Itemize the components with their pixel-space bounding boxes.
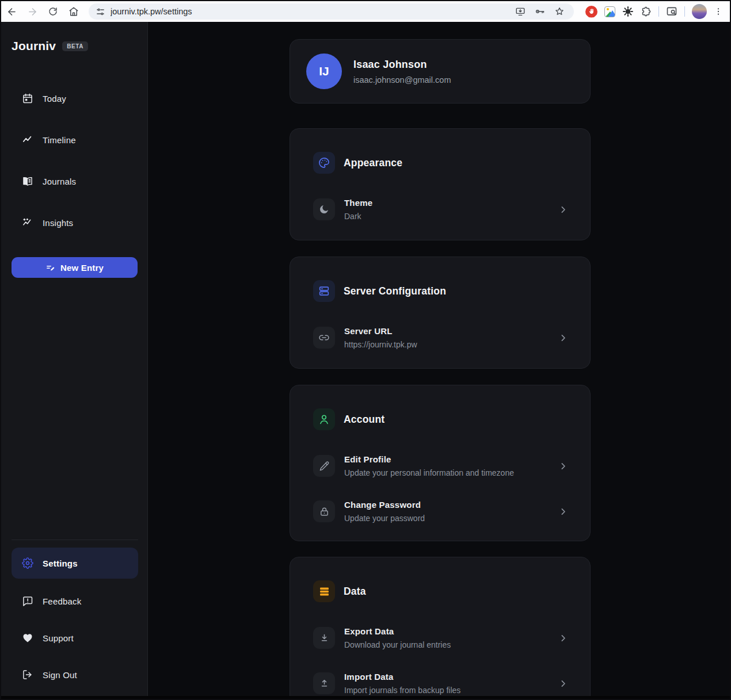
user-glyph [318, 413, 330, 426]
hand-icon [588, 8, 595, 15]
sidebar-item-label: Support [43, 633, 74, 643]
sidebar-item-timeline[interactable]: Timeline [12, 128, 137, 151]
chevron-right-icon [558, 633, 568, 643]
url-text: journiv.tpk.pw/settings [111, 7, 510, 16]
logout-icon [22, 669, 33, 680]
appearance-card: Appearance Theme Dark [290, 128, 591, 240]
change-password-row[interactable]: Change Password Update your password [313, 500, 568, 523]
browser-profile-avatar[interactable] [692, 4, 707, 19]
image-extension-icon[interactable] [604, 6, 615, 17]
export-data-row[interactable]: Export Data Download your journal entrie… [313, 626, 568, 649]
section-title: Data [344, 586, 366, 598]
sidebar-item-today[interactable]: Today [12, 87, 137, 110]
user-icon [313, 408, 335, 430]
download-icon [313, 627, 335, 649]
sidebar-item-journals[interactable]: Journals [12, 170, 137, 193]
lock-icon [313, 500, 335, 522]
toolbar-separator [658, 6, 659, 17]
book-open-icon [22, 175, 33, 187]
pencil-glyph [319, 461, 330, 472]
chevron-right-icon [558, 461, 568, 471]
bookmark-star-icon[interactable] [554, 6, 565, 17]
beta-badge: BETA [62, 41, 88, 51]
profile-email: isaac.johnson@gmail.com [353, 75, 451, 85]
row-description: Update your password [344, 514, 549, 523]
gear-icon [22, 557, 33, 569]
server-url-row[interactable]: Server URL https://journiv.tpk.pw [313, 326, 568, 349]
sidebar-item-label: Feedback [43, 596, 81, 606]
lock-glyph [319, 506, 330, 517]
chevron-right-icon [558, 679, 568, 688]
palette-glyph [318, 156, 330, 169]
moon-glyph [318, 204, 330, 215]
side-panel-search-icon[interactable] [666, 6, 677, 17]
calendar-icon [22, 93, 33, 104]
forward-arrow-icon [27, 6, 38, 17]
sidebar: Journiv BETA Today Timeline Journals Ins… [1, 22, 148, 696]
profile-name: Isaac Johnson [353, 59, 451, 71]
row-value: Dark [344, 212, 549, 221]
pencil-icon [313, 455, 335, 477]
home-button[interactable] [63, 2, 84, 21]
edit-profile-row[interactable]: Edit Profile Update your personal inform… [313, 454, 568, 477]
new-entry-label: New Entry [60, 263, 104, 273]
url-bar[interactable]: journiv.tpk.pw/settings [89, 3, 574, 20]
sun-extension-icon[interactable] [622, 6, 634, 17]
sidebar-item-label: Today [43, 94, 66, 104]
section-title: Server Configuration [344, 285, 446, 297]
sidebar-item-sign-out[interactable]: Sign Out [12, 663, 138, 686]
upload-glyph [319, 678, 330, 689]
upload-icon [313, 672, 335, 694]
data-card: Data Export Data Download your journal e… [290, 557, 591, 696]
reload-icon [48, 6, 58, 17]
sidebar-item-settings[interactable]: Settings [12, 548, 138, 579]
new-entry-button[interactable]: New Entry [12, 257, 138, 278]
toolbar-separator [684, 6, 685, 17]
sidebar-item-label: Timeline [43, 135, 76, 145]
install-app-icon[interactable] [515, 6, 526, 17]
sidebar-item-insights[interactable]: Insights [12, 211, 137, 234]
heart-icon [22, 632, 33, 644]
row-label: Import Data [344, 672, 549, 682]
sidebar-item-feedback[interactable]: Feedback [12, 590, 138, 613]
theme-row[interactable]: Theme Dark [313, 198, 568, 221]
sidebar-item-support[interactable]: Support [12, 626, 138, 649]
site-info-icon[interactable] [96, 7, 105, 17]
row-label: Edit Profile [344, 454, 549, 464]
profile-card: IJ Isaac Johnson isaac.johnson@gmail.com [290, 39, 591, 104]
section-title: Account [344, 414, 384, 426]
chevron-right-icon [558, 205, 568, 215]
reload-button[interactable] [43, 2, 63, 21]
window-bottom-edge [0, 696, 731, 700]
account-card: Account Edit Profile Update your persona… [290, 385, 591, 541]
sidebar-item-label: Settings [43, 559, 78, 568]
palette-icon [313, 152, 335, 174]
timeline-chart-icon [22, 134, 33, 146]
extensions-puzzle-icon[interactable] [641, 6, 652, 17]
chevron-right-icon [558, 333, 568, 343]
password-key-icon[interactable] [535, 6, 545, 17]
import-data-row[interactable]: Import Data Import journals from backup … [313, 672, 568, 695]
back-arrow-icon [6, 6, 17, 17]
avatar: IJ [306, 53, 342, 89]
row-value: https://journiv.tpk.pw [344, 340, 549, 349]
sidebar-item-label: Insights [43, 218, 73, 228]
home-icon [68, 6, 79, 17]
row-label: Server URL [344, 326, 549, 336]
feedback-message-icon [22, 595, 33, 607]
sidebar-item-label: Journals [43, 177, 76, 186]
row-label: Theme [344, 198, 549, 208]
chevron-right-icon [558, 507, 568, 517]
back-button[interactable] [1, 2, 22, 21]
row-description: Import journals from backup files [344, 686, 549, 695]
server-icon [313, 280, 335, 302]
adblock-extension-icon[interactable] [585, 6, 597, 18]
rows-glyph [318, 586, 330, 598]
compose-icon [45, 263, 55, 273]
app-logo: Journiv [12, 39, 56, 53]
forward-button[interactable] [22, 2, 43, 21]
server-glyph [318, 285, 330, 297]
database-rows-icon [313, 580, 335, 602]
row-description: Update your personal information and tim… [344, 468, 549, 477]
menu-kebab-icon[interactable] [714, 7, 723, 16]
